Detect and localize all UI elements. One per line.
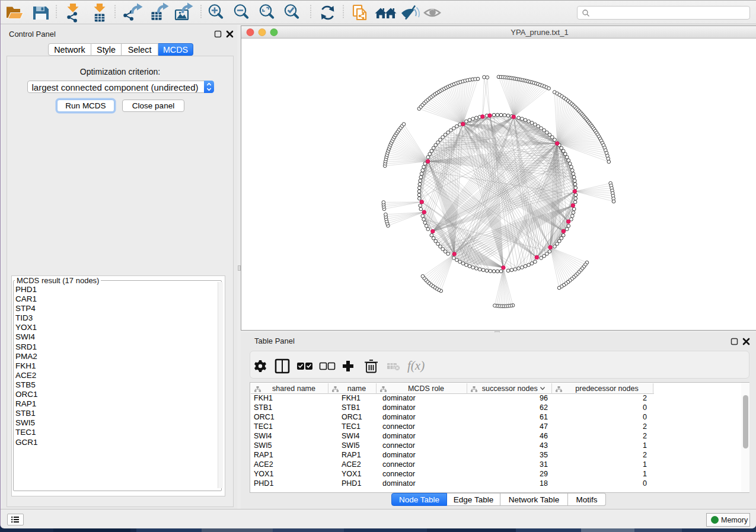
svg-text:f(x): f(x) [407, 358, 425, 373]
